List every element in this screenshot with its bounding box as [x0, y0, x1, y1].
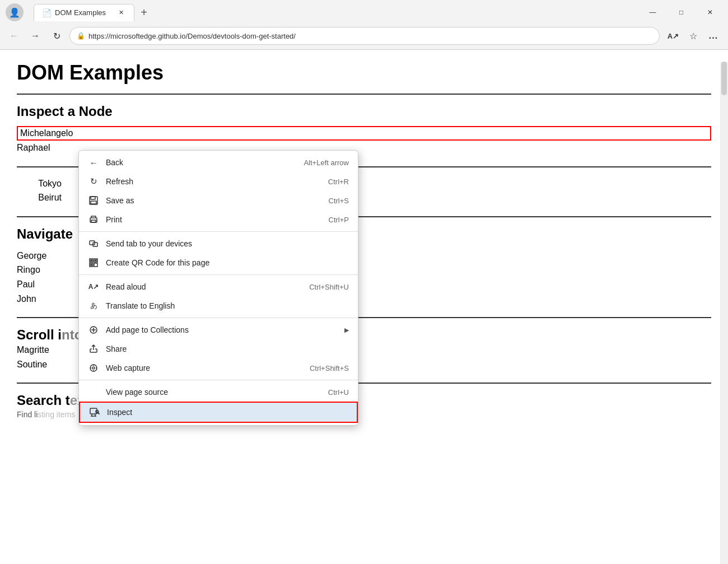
- svg-rect-10: [94, 263, 97, 267]
- michelangelo-name: Michelangelo: [17, 126, 711, 141]
- svg-rect-13: [91, 264, 92, 265]
- read-aloud-button[interactable]: A↗: [664, 27, 682, 45]
- new-tab-button[interactable]: +: [136, 4, 152, 21]
- ctx-collections[interactable]: Add page to Collections ▶: [79, 320, 358, 339]
- ctx-view-source-label: View page source: [106, 388, 321, 397]
- forward-button[interactable]: →: [27, 27, 44, 44]
- svg-rect-11: [91, 260, 92, 261]
- ctx-refresh-label: Refresh: [106, 177, 321, 186]
- ctx-read-aloud-label: Read aloud: [106, 282, 302, 291]
- ctx-save-as[interactable]: Save as Ctrl+S: [79, 191, 358, 210]
- ctx-send-tab[interactable]: Send tab to your devices: [79, 234, 358, 253]
- save-as-icon: [88, 195, 99, 206]
- svg-rect-12: [95, 260, 96, 261]
- scrollbar-thumb[interactable]: [721, 62, 727, 95]
- browser-chrome: 👤 📄 DOM Examples ✕ + — □ ✕ ← → ↻ 🔒 https…: [0, 0, 728, 50]
- svg-point-18: [92, 367, 95, 369]
- profile-icon[interactable]: 👤: [6, 3, 24, 21]
- beirut-name: Beirut: [17, 190, 62, 205]
- tokyo-name: Tokyo: [17, 176, 62, 191]
- active-tab[interactable]: 📄 DOM Examples ✕: [34, 4, 134, 21]
- close-window-button[interactable]: ✕: [697, 4, 722, 21]
- maximize-button[interactable]: □: [669, 4, 694, 21]
- ctx-send-tab-label: Send tab to your devices: [106, 239, 349, 248]
- ctx-collections-label: Add page to Collections: [106, 325, 338, 334]
- refresh-button[interactable]: ↻: [48, 27, 65, 44]
- translate-icon: あ: [88, 300, 99, 311]
- ctx-qr-label: Create QR Code for this page: [106, 258, 349, 267]
- svg-rect-2: [91, 201, 96, 204]
- view-source-icon: [88, 386, 99, 398]
- ctx-divider-1: [79, 231, 358, 232]
- inspect-section-title: Inspect a Node: [17, 104, 711, 119]
- share-icon: [88, 343, 99, 355]
- ctx-share-label: Share: [106, 344, 349, 353]
- lock-icon: 🔒: [77, 32, 85, 40]
- svg-rect-1: [91, 197, 95, 199]
- ctx-save-as-shortcut: Ctrl+S: [329, 197, 349, 205]
- ctx-read-aloud-shortcut: Ctrl+Shift+U: [309, 283, 349, 291]
- ctx-view-source-shortcut: Ctrl+U: [328, 388, 349, 397]
- collections-icon: [88, 324, 99, 335]
- ctx-refresh[interactable]: ↻ Refresh Ctrl+R: [79, 172, 358, 191]
- back-button[interactable]: ←: [6, 27, 22, 44]
- ctx-refresh-shortcut: Ctrl+R: [328, 178, 349, 186]
- ctx-divider-4: [79, 380, 358, 380]
- ctx-share[interactable]: Share: [79, 339, 358, 358]
- context-menu: ← Back Alt+Left arrow ↻ Refresh Ctrl+R S…: [78, 150, 358, 426]
- ctx-web-capture-label: Web capture: [106, 363, 303, 372]
- collections-arrow-icon: ▶: [344, 327, 349, 334]
- ctx-web-capture-shortcut: Ctrl+Shift+S: [310, 364, 349, 372]
- window-controls: — □ ✕: [640, 4, 722, 21]
- top-divider: [17, 94, 711, 95]
- ctx-back[interactable]: ← Back Alt+Left arrow: [79, 153, 358, 172]
- web-capture-icon: [88, 362, 99, 374]
- ctx-divider-2: [79, 274, 358, 275]
- ctx-print-shortcut: Ctrl+P: [329, 216, 349, 224]
- inspect-icon: [89, 407, 100, 418]
- ctx-translate-label: Translate to English: [106, 301, 349, 310]
- print-icon: [88, 214, 99, 225]
- ctx-print-label: Print: [106, 215, 322, 224]
- read-aloud-ctx-icon: A↗: [88, 281, 99, 292]
- qr-code-icon: [88, 257, 99, 268]
- address-bar: ← → ↻ 🔒 https://microsoftedge.github.io/…: [0, 25, 728, 49]
- svg-rect-4: [91, 220, 96, 222]
- minimize-button[interactable]: —: [640, 4, 665, 21]
- scrollbar-track[interactable]: [720, 62, 728, 564]
- refresh-ctx-icon: ↻: [88, 176, 99, 187]
- inspect-section: Inspect a Node Michelangelo Raphael: [17, 104, 711, 155]
- ctx-back-label: Back: [106, 158, 297, 167]
- page-title: DOM Examples: [17, 61, 711, 85]
- ctx-divider-3: [79, 318, 358, 318]
- url-box[interactable]: 🔒 https://microsoftedge.github.io/Demos/…: [69, 27, 660, 45]
- ctx-save-as-label: Save as: [106, 196, 322, 205]
- title-bar: 👤 📄 DOM Examples ✕ + — □ ✕: [0, 0, 728, 25]
- url-text: https://microsoftedge.github.io/Demos/de…: [88, 32, 652, 40]
- ctx-inspect[interactable]: Inspect: [79, 402, 358, 423]
- tab-title: DOM Examples: [55, 8, 106, 17]
- tab-close-button[interactable]: ✕: [116, 8, 126, 18]
- ctx-translate[interactable]: あ Translate to English: [79, 296, 358, 315]
- ctx-web-capture[interactable]: Web capture Ctrl+Shift+S: [79, 358, 358, 377]
- back-icon: ←: [88, 157, 99, 168]
- ctx-print[interactable]: Print Ctrl+P: [79, 210, 358, 229]
- favorites-button[interactable]: ☆: [684, 27, 702, 45]
- ctx-inspect-label: Inspect: [107, 408, 348, 417]
- ctx-qr-code[interactable]: Create QR Code for this page: [79, 253, 358, 272]
- tab-bar: 📄 DOM Examples ✕ +: [28, 4, 636, 21]
- ctx-back-shortcut: Alt+Left arrow: [304, 159, 349, 167]
- toolbar-right: A↗ ☆ ...: [664, 27, 722, 45]
- send-tab-icon: [88, 238, 99, 249]
- tab-favicon: 📄: [42, 8, 52, 17]
- ctx-read-aloud[interactable]: A↗ Read aloud Ctrl+Shift+U: [79, 277, 358, 296]
- ctx-view-source[interactable]: View page source Ctrl+U: [79, 383, 358, 402]
- more-button[interactable]: ...: [704, 27, 722, 45]
